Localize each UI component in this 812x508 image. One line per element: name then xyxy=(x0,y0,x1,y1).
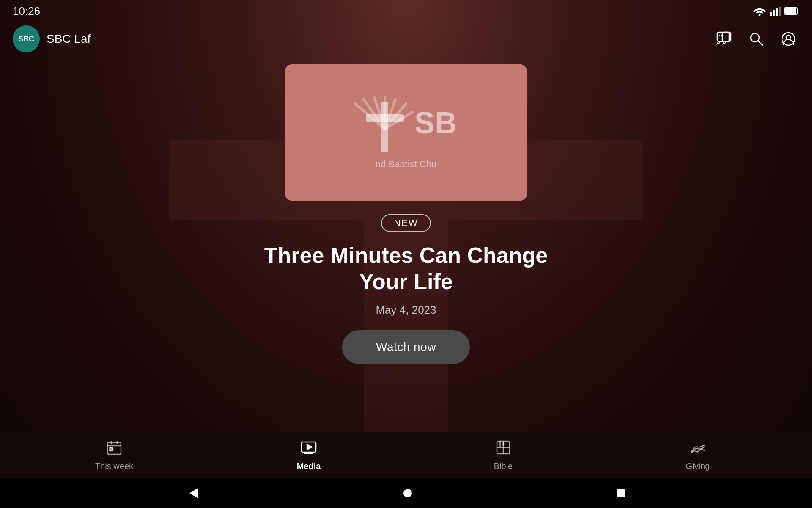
nav-label-bible: Bible xyxy=(494,461,513,471)
nav-item-giving[interactable]: Giving xyxy=(672,439,723,471)
svg-rect-9 xyxy=(785,8,796,14)
main-content: SB nd Baptist Chu NEW Three Minutes Can … xyxy=(0,56,812,364)
app-bar: SBC SBC Laf xyxy=(0,22,812,56)
svg-rect-8 xyxy=(797,10,798,12)
nav-label-giving: Giving xyxy=(686,461,710,471)
android-back-button[interactable] xyxy=(186,486,200,500)
calendar-icon xyxy=(106,439,122,458)
svg-text:SB: SB xyxy=(414,106,457,140)
app-name: SBC Laf xyxy=(47,32,91,46)
battery-icon xyxy=(784,7,799,15)
nav-label-this-week: This week xyxy=(95,461,133,471)
android-home-button[interactable] xyxy=(403,488,413,498)
profile-button[interactable] xyxy=(777,28,799,50)
video-card[interactable]: SB nd Baptist Chu xyxy=(285,64,527,201)
new-badge: NEW xyxy=(381,214,431,232)
svg-point-17 xyxy=(786,35,790,39)
nav-item-bible[interactable]: Bible xyxy=(478,439,529,471)
bible-icon xyxy=(495,439,511,458)
svg-rect-10 xyxy=(717,32,729,41)
app-logo-area[interactable]: SBC SBC Laf xyxy=(13,25,91,52)
svg-rect-3 xyxy=(770,12,772,16)
svg-marker-43 xyxy=(189,488,198,498)
svg-point-2 xyxy=(759,14,761,16)
card-subtitle: nd Baptist Chu xyxy=(376,159,436,170)
svg-rect-32 xyxy=(110,447,113,451)
svg-line-15 xyxy=(758,41,763,45)
media-title: Three Minutes Can Change Your Life xyxy=(258,242,554,295)
media-date: May 4, 2023 xyxy=(376,304,436,317)
svg-rect-25 xyxy=(381,102,388,152)
wifi-icon xyxy=(753,6,766,16)
svg-rect-4 xyxy=(773,10,775,16)
watch-now-button[interactable]: Watch now xyxy=(342,330,470,364)
status-time: 10:26 xyxy=(13,5,40,18)
svg-rect-45 xyxy=(617,489,625,497)
svg-point-14 xyxy=(751,33,759,42)
status-bar: 10:26 xyxy=(0,0,812,22)
giving-icon xyxy=(690,439,706,458)
svg-rect-5 xyxy=(776,8,778,16)
nav-item-this-week[interactable]: This week xyxy=(89,439,140,471)
app-bar-actions xyxy=(713,28,799,50)
status-icons xyxy=(753,6,799,16)
svg-point-44 xyxy=(403,489,412,497)
signal-icon xyxy=(770,6,781,16)
search-button[interactable] xyxy=(745,28,767,50)
android-recent-button[interactable] xyxy=(616,488,626,498)
svg-rect-6 xyxy=(779,7,781,16)
nav-item-media[interactable]: Media xyxy=(283,439,334,471)
card-logo: SB nd Baptist Chu xyxy=(343,95,469,170)
svg-marker-34 xyxy=(307,444,312,450)
nav-bar: This week Media xyxy=(0,432,812,478)
nav-label-media: Media xyxy=(297,461,321,471)
chat-button[interactable] xyxy=(713,28,735,50)
svg-rect-26 xyxy=(366,114,404,122)
media-play-icon xyxy=(301,439,317,458)
bottom-nav: This week Media xyxy=(0,432,812,508)
android-nav xyxy=(0,478,812,508)
app-logo: SBC xyxy=(13,25,40,52)
